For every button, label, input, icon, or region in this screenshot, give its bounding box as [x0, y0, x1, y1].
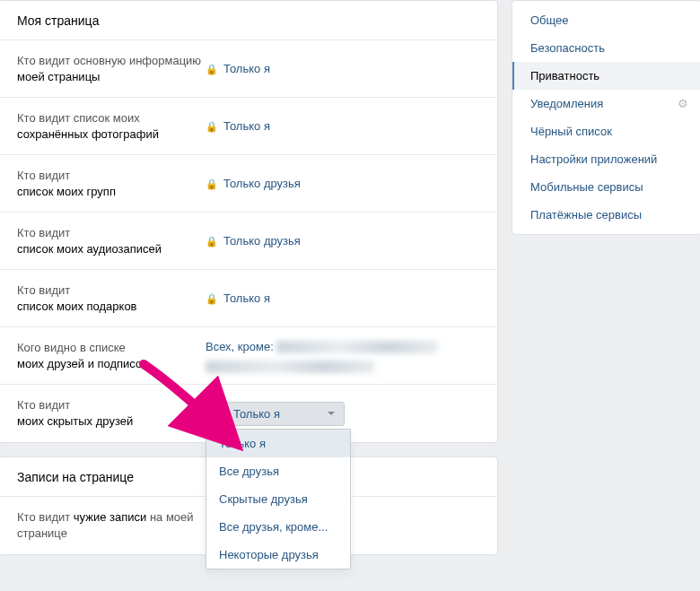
dropdown-option[interactable]: Все друзья — [206, 457, 350, 485]
gear-icon[interactable]: ⚙ — [678, 97, 688, 110]
lock-icon: 🔒 — [206, 291, 218, 307]
lock-icon: 🔒 — [215, 408, 228, 420]
setting-label: Кто видит чужие записи на моей странице — [17, 509, 206, 542]
setting-row: Кто видитсписок моих аудиозаписей 🔒 Толь… — [0, 213, 497, 270]
setting-label: Кто видитсписок моих групп — [17, 168, 206, 200]
settings-nav: Общее Безопасность Приватность Уведомлен… — [512, 0, 700, 235]
setting-row: Кто видитсписок моих групп 🔒 Только друз… — [0, 155, 497, 213]
setting-label: Кто видит список моих сохранённых фотогр… — [17, 110, 206, 143]
nav-item-general[interactable]: Общее — [512, 6, 700, 34]
dropdown-menu: Только я Все друзья Скрытые друзья Все д… — [206, 429, 351, 569]
setting-label: Кто видитсписок моих аудиозаписей — [17, 225, 206, 257]
nav-item-notifications[interactable]: Уведомления ⚙ — [512, 90, 700, 117]
setting-label: Кто видитмоих скрытых друзей — [17, 397, 206, 430]
nav-item-app-settings[interactable]: Настройки приложений — [512, 145, 700, 173]
setting-row-hidden-friends: Кто видитмоих скрытых друзей 🔒 Только я … — [0, 385, 497, 442]
lock-icon: 🔒 — [206, 61, 218, 77]
setting-row: Кто видитсписок моих подарков 🔒 Только я — [0, 270, 497, 327]
setting-value-basic-info[interactable]: 🔒 Только я — [206, 61, 479, 77]
setting-row: Кто видит список моих сохранённых фотогр… — [0, 98, 497, 155]
setting-value-gifts[interactable]: 🔒 Только я — [206, 291, 479, 307]
setting-value-groups[interactable]: 🔒 Только друзья — [206, 176, 479, 192]
setting-label: Кого видно в спискемоих друзей и подписо… — [17, 340, 206, 372]
lock-icon: 🔒 — [206, 233, 218, 249]
lock-icon: 🔒 — [206, 118, 218, 135]
chevron-down-icon — [328, 412, 335, 415]
nav-item-mobile[interactable]: Мобильные сервисы — [512, 173, 700, 201]
nav-item-security[interactable]: Безопасность — [512, 34, 700, 62]
privacy-my-page-panel: Моя страница Кто видит основную информац… — [0, 0, 498, 443]
setting-label: Кто видитсписок моих подарков — [17, 282, 206, 315]
setting-value-saved-photos[interactable]: 🔒 Только я — [206, 118, 479, 135]
dropdown-option[interactable]: Только я — [206, 430, 350, 457]
hidden-friends-dropdown[interactable]: 🔒 Только я — [206, 402, 345, 426]
dropdown-option[interactable]: Скрытые друзья — [206, 485, 350, 513]
section-title-my-page: Моя страница — [0, 1, 497, 40]
nav-item-payment[interactable]: Платёжные сервисы — [512, 201, 700, 229]
nav-item-privacy[interactable]: Приватность — [512, 62, 700, 90]
redacted-names — [206, 361, 374, 373]
dropdown-option[interactable]: Все друзья, кроме... — [206, 513, 350, 541]
lock-icon: 🔒 — [206, 176, 218, 192]
setting-value-friends-list[interactable]: Всех, кроме: — [206, 339, 479, 373]
setting-row: Кто видит основную информацию моей стран… — [0, 40, 497, 98]
dropdown-option[interactable]: Некоторые друзья — [206, 541, 350, 569]
nav-item-label: Уведомления — [530, 97, 603, 110]
setting-value-audio[interactable]: 🔒 Только друзья — [206, 233, 479, 249]
nav-item-blacklist[interactable]: Чёрный список — [512, 117, 700, 145]
redacted-names — [276, 341, 438, 353]
dropdown-selected: Только я — [233, 407, 280, 421]
setting-row: Кого видно в спискемоих друзей и подписо… — [0, 327, 497, 385]
setting-label: Кто видит основную информацию моей стран… — [17, 53, 206, 85]
